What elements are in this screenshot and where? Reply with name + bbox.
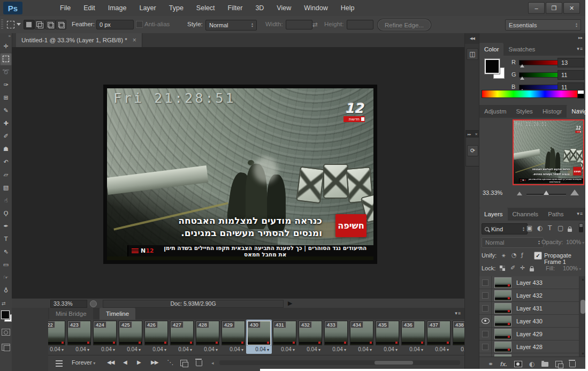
blend-mode-select[interactable]: Normal [482,237,544,248]
new-group-icon[interactable] [541,362,548,367]
anti-alias-checkbox[interactable] [136,21,143,28]
minimize-button[interactable]: – [528,2,545,14]
menu-image[interactable]: Image [108,4,127,12]
frame-thumbnail[interactable]: 429 [222,321,245,345]
timeline-frame[interactable]: 426 0.04 [143,320,169,354]
frame-duration[interactable]: 0.04 [169,346,195,352]
black-swatch[interactable] [577,94,584,99]
crop-tool[interactable]: ⊞ [0,91,12,104]
layer-row[interactable]: Layer 431 [479,302,579,315]
collapsed-3d-panel-icon[interactable]: ◫ [467,48,478,60]
options-drag-handle[interactable] [1,19,3,30]
fill-value[interactable]: 100% [563,265,581,271]
subtract-selection-mode-button[interactable] [45,20,56,29]
layers-panel-menu-icon[interactable] [577,211,583,216]
frame-thumbnail[interactable]: 423 [67,321,91,345]
frame-duration[interactable]: 0.04 [220,346,246,352]
menu-file[interactable]: File [60,4,71,12]
filter-adjustment-layers-icon[interactable]: ◐ [537,224,543,232]
frame-duration[interactable]: 0.04 [297,346,323,352]
delete-layer-icon[interactable] [569,361,576,367]
height-input[interactable] [347,20,373,29]
menu-window[interactable]: Window [304,4,327,12]
width-input[interactable] [286,20,312,29]
zoom-tool[interactable]: ♁ [0,284,12,297]
tab-swatches[interactable]: Swatches [503,43,540,56]
tab-channels[interactable]: Channels [508,208,544,221]
timeline-frame[interactable]: 429 0.04 [220,320,246,354]
tool-preset-caret-icon[interactable] [17,23,21,26]
layers-scroll-thumb[interactable] [581,300,585,314]
timeline-frame[interactable]: 427 0.04 [169,320,195,354]
restore-button[interactable]: ❐ [546,2,562,14]
timeline-frame[interactable]: 428 0.04 [195,320,220,354]
close-button[interactable]: ✕ [563,2,580,14]
filter-smart-objects-icon[interactable] [568,226,572,233]
delete-frame-icon[interactable] [196,360,202,366]
document-tab[interactable]: Untitled-1 @ 33.3% (Layer 1, RGB/8) * × [16,33,142,47]
timeline-scroll-thumb[interactable] [375,361,413,365]
frame-duration[interactable]: 0.04 [92,346,118,352]
frame-duration[interactable]: 0.04 [195,346,220,352]
menu-3d[interactable]: 3D [255,4,264,12]
eraser-tool[interactable]: ▱ [0,168,12,181]
tab-timeline[interactable]: Timeline [100,308,135,320]
clone-stamp-tool[interactable]: ☗ [0,142,12,155]
link-layers-icon[interactable]: ⚭ [488,360,493,368]
opacity-value[interactable]: 100% [566,239,584,245]
zoom-in-icon[interactable] [570,190,579,195]
tab-paths[interactable]: Paths [543,208,568,221]
layer-filter-select[interactable]: Kind [482,223,528,234]
hand-tool[interactable]: ☞ [0,271,12,284]
unify-position-icon[interactable]: ⚹ [502,252,506,259]
layer-row[interactable]: Layer 430 [479,315,579,328]
timeline-scrollbar[interactable] [219,360,460,365]
type-tool[interactable]: T [0,232,12,245]
timeline-frame[interactable]: 432 0.04 [297,320,323,354]
swap-dimensions-icon[interactable]: ⇄ [312,21,318,28]
new-selection-mode-button[interactable] [24,20,34,29]
lasso-tool[interactable]: ➰ [0,65,12,78]
visibility-toggle[interactable] [479,289,492,301]
filtering-toggle[interactable] [579,223,583,232]
tab-styles[interactable]: Styles [511,105,538,118]
menu-filter[interactable]: Filter [228,4,243,12]
frame-thumbnail[interactable]: 435 [376,321,399,345]
frame-thumbnail[interactable]: 426 [144,321,168,345]
filter-shape-layers-icon[interactable]: ▢ [558,224,563,232]
navigator-zoom-field[interactable]: 33.33% [483,190,502,196]
frame-duration[interactable]: 0.04 [118,346,143,352]
timeline-frame[interactable]: 437 0.04 [426,320,452,354]
timeline-frame[interactable]: 433 0.04 [323,320,349,354]
workspace-select[interactable]: Essentials [505,19,581,31]
menu-select[interactable]: Select [196,4,215,12]
screen-mode-button[interactable] [2,344,10,351]
frame-duration[interactable]: 0.04 [48,346,66,352]
scroll-up-icon[interactable]: ▲ [581,277,585,281]
timeline-frame[interactable]: 425 0.04 [118,320,143,354]
red-slider-thumb[interactable] [520,64,524,67]
layer-row[interactable]: Layer 432 [479,289,579,302]
document-canvas[interactable]: Fri 21:28:51 12 חדשות כנראה מודעים למצלמ… [103,85,377,264]
visibility-toggle[interactable] [479,315,492,327]
lock-pixels-icon[interactable]: ✐ [510,264,515,271]
swap-colors-icon[interactable]: ⇄ [2,301,6,306]
visibility-toggle[interactable] [479,302,492,314]
intersect-selection-mode-button[interactable] [56,20,66,29]
move-tool[interactable]: ✛ [0,40,12,52]
timeline-frame[interactable]: 423 0.04 [66,320,92,354]
zoom-out-icon[interactable] [517,192,522,195]
menu-layer[interactable]: Layer [139,4,156,12]
frame-thumbnail[interactable]: 434 [350,321,373,345]
frame-thumbnail[interactable]: 431 [273,321,296,345]
frame-thumbnail[interactable]: 425 [119,321,142,345]
foreground-color-swatch[interactable] [1,311,10,319]
scroll-left-icon[interactable]: ◂ [211,360,214,366]
frame-thumbnail[interactable]: 424 [93,321,117,345]
close-float-icon[interactable]: ✕ [475,132,478,137]
tab-layers[interactable]: Layers [479,208,508,221]
adjustment-layer-icon[interactable]: ◐ [529,360,534,368]
play-button[interactable]: ▶ [137,359,141,365]
visibility-toggle[interactable] [479,328,492,340]
red-value-field[interactable]: 13 [558,58,584,67]
